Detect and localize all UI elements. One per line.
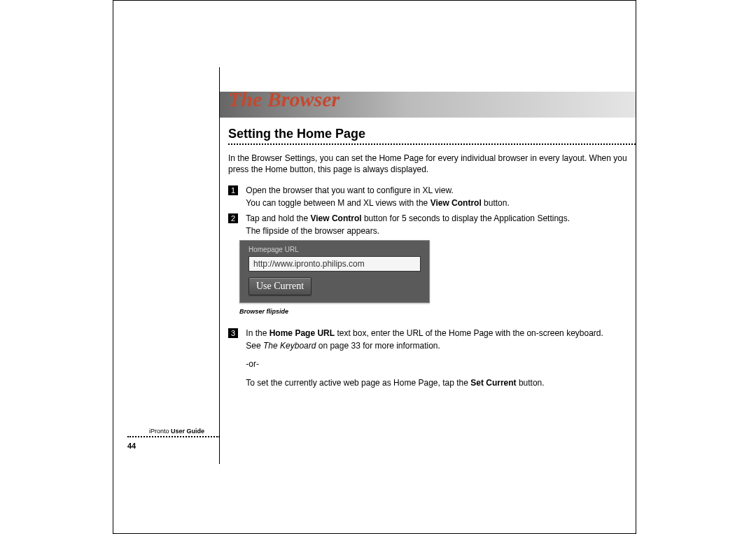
text: Tap and hold the (246, 213, 310, 223)
step-number-badge: 3 (228, 328, 238, 338)
chapter-title: The Browser (228, 87, 340, 111)
screenshot-caption: Browser flipside (239, 308, 288, 315)
or-text: -or- (246, 358, 625, 370)
page-number: 44 (127, 442, 136, 450)
step-body: Open the browser that you want to config… (246, 185, 625, 209)
text: on page 33 for more information. (316, 341, 440, 351)
homepage-url-label: Homepage URL (248, 246, 421, 253)
step-1: 1 Open the browser that you want to conf… (228, 185, 629, 209)
vertical-rule (219, 67, 220, 464)
text: You can toggle between M and XL views wi… (246, 198, 430, 208)
intro-paragraph: In the Browser Settings, you can set the… (228, 153, 629, 175)
text: button. (482, 198, 510, 208)
step-number-badge: 1 (228, 185, 238, 195)
step-subtext: See The Keyboard on page 33 for more inf… (246, 340, 625, 351)
text: text box, enter the URL of the Home Page… (335, 328, 603, 338)
homepage-url-input[interactable] (248, 256, 421, 272)
keyboard-ref: The Keyboard (263, 341, 316, 351)
step-3: 3 In the Home Page URL text box, enter t… (228, 328, 629, 388)
guide-label: User Guide (169, 428, 205, 435)
step-2: 2 Tap and hold the View Control button f… (228, 213, 629, 237)
home-page-url-label: Home Page URL (270, 328, 335, 338)
browser-flipside-screenshot: Homepage URL Use Current (239, 240, 430, 303)
section-heading: Setting the Home Page (228, 127, 365, 141)
footer-guide: iPronto User Guide (149, 428, 204, 435)
manual-page: The Browser Setting the Home Page In the… (113, 0, 636, 534)
text: button. (517, 378, 545, 388)
text: In the (246, 328, 269, 338)
step-subtext: To set the currently active web page as … (246, 377, 625, 388)
step-number-badge: 2 (228, 213, 238, 223)
step-subtext: The flipside of the browser appears. (246, 225, 625, 237)
text: To set the currently active web page as … (246, 378, 470, 388)
step-text: Open the browser that you want to config… (246, 185, 453, 195)
dotted-rule-footer (127, 436, 220, 437)
step-body: Tap and hold the View Control button for… (246, 213, 625, 237)
product-name: iPronto (149, 428, 169, 435)
step-subtext: You can toggle between M and XL views wi… (246, 197, 625, 209)
view-control-label: View Control (430, 198, 482, 208)
use-current-button[interactable]: Use Current (248, 277, 312, 295)
view-control-label: View Control (310, 213, 361, 223)
set-current-label: Set Current (470, 378, 516, 388)
text: button for 5 seconds to display the Appl… (362, 213, 570, 223)
step-body: In the Home Page URL text box, enter the… (246, 328, 625, 388)
dotted-rule (228, 143, 636, 145)
text: See (246, 341, 263, 351)
